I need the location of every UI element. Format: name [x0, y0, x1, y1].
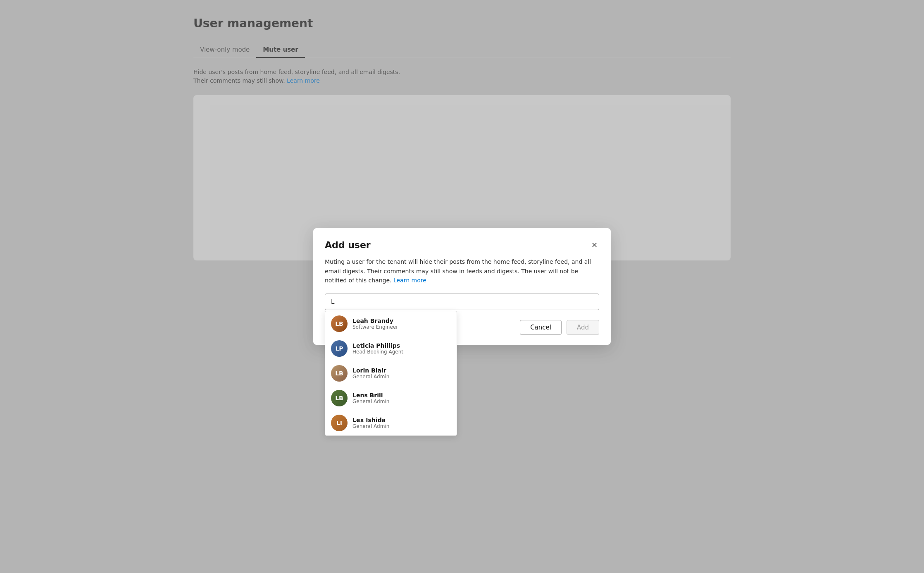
user-name-lex-ishida: Lex Ishida: [352, 417, 389, 423]
avatar-lex-ishida: LI: [331, 415, 348, 431]
user-role-lorin-blair: General Admin: [352, 374, 389, 380]
user-role-lens-brill: General Admin: [352, 399, 389, 404]
dialog-title: Add user: [325, 240, 371, 250]
user-role-lex-ishida: General Admin: [352, 423, 389, 429]
avatar-lens-brill: LB: [331, 390, 348, 406]
cancel-button[interactable]: Cancel: [520, 320, 562, 335]
dialog-description: Muting a user for the tenant will hide t…: [325, 257, 599, 285]
user-name-lorin-blair: Lorin Blair: [352, 367, 389, 374]
close-dialog-button[interactable]: ✕: [590, 240, 599, 251]
user-role-leticia-phillips: Head Booking Agent: [352, 349, 403, 355]
user-info-leah-brandy: Leah Brandy Software Engineer: [352, 318, 398, 330]
add-user-dialog: Add user ✕ Muting a user for the tenant …: [313, 228, 611, 344]
user-info-lens-brill: Lens Brill General Admin: [352, 392, 389, 404]
user-search-input[interactable]: [325, 294, 599, 310]
user-search-dropdown: LB Leah Brandy Software Engineer LP Leti…: [325, 311, 457, 436]
user-role-leah-brandy: Software Engineer: [352, 324, 398, 330]
dropdown-item-leticia-phillips[interactable]: LP Leticia Phillips Head Booking Agent: [325, 336, 457, 361]
dropdown-item-leah-brandy[interactable]: LB Leah Brandy Software Engineer: [325, 311, 457, 336]
add-button[interactable]: Add: [567, 320, 599, 335]
user-info-lex-ishida: Lex Ishida General Admin: [352, 417, 389, 429]
user-name-leticia-phillips: Leticia Phillips: [352, 342, 403, 349]
user-info-leticia-phillips: Leticia Phillips Head Booking Agent: [352, 342, 403, 355]
user-name-leah-brandy: Leah Brandy: [352, 318, 398, 324]
avatar-leticia-phillips: LP: [331, 340, 348, 357]
avatar-lorin-blair: LB: [331, 365, 348, 382]
search-container: LB Leah Brandy Software Engineer LP Leti…: [325, 294, 599, 310]
user-info-lorin-blair: Lorin Blair General Admin: [352, 367, 389, 380]
dialog-overlay: Add user ✕ Muting a user for the tenant …: [0, 0, 924, 573]
avatar-leah-brandy: LB: [331, 315, 348, 332]
dialog-learn-more-link[interactable]: Learn more: [393, 277, 426, 284]
dropdown-item-lorin-blair[interactable]: LB Lorin Blair General Admin: [325, 361, 457, 386]
dropdown-item-lex-ishida[interactable]: LI Lex Ishida General Admin: [325, 411, 457, 435]
dropdown-item-lens-brill[interactable]: LB Lens Brill General Admin: [325, 386, 457, 411]
dialog-header: Add user ✕: [325, 240, 599, 251]
user-name-lens-brill: Lens Brill: [352, 392, 389, 399]
